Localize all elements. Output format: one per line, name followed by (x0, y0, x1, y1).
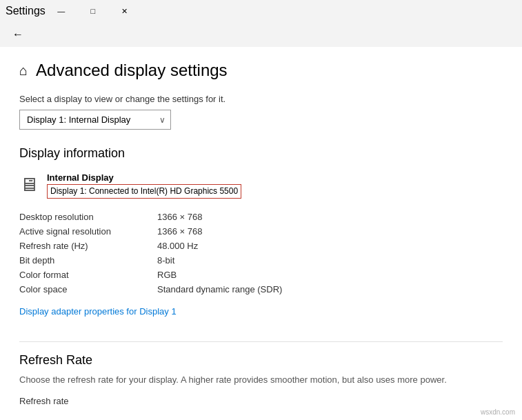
minimize-button[interactable]: — (46, 0, 77, 22)
table-row: Refresh rate (Hz)48.000 Hz (19, 239, 503, 253)
display-select-wrapper: Display 1: Internal Display ∨ (19, 110, 171, 130)
main-content: ⌂ Advanced display settings Select a dis… (0, 47, 522, 420)
info-row-value: 8-bit (157, 253, 503, 268)
table-row: Active signal resolution1366 × 768 (19, 224, 503, 239)
display-info-table: Desktop resolution1366 × 768Active signa… (19, 210, 503, 297)
back-button[interactable]: ← (8, 25, 28, 44)
home-icon: ⌂ (19, 63, 28, 79)
info-row-label: Color format (19, 268, 157, 282)
info-row-value: 48.000 Hz (157, 239, 503, 253)
display-info-block: 🖥 Internal Display Display 1: Connected … (19, 172, 503, 199)
info-row-label: Active signal resolution (19, 224, 157, 239)
info-row-value: 1366 × 768 (157, 210, 503, 224)
refresh-rate-label: Refresh rate (19, 396, 69, 406)
table-row: Color formatRGB (19, 268, 503, 282)
table-row: Color spaceStandard dynamic range (SDR) (19, 282, 503, 297)
info-row-label: Desktop resolution (19, 210, 157, 224)
title-bar-title: Settings (6, 5, 46, 17)
info-row-label: Color space (19, 282, 157, 297)
display-select[interactable]: Display 1: Internal Display (19, 110, 171, 130)
title-bar-controls: — □ ✕ (46, 0, 141, 22)
table-row: Desktop resolution1366 × 768 (19, 210, 503, 224)
maximize-button[interactable]: □ (77, 0, 109, 22)
info-row-value: RGB (157, 268, 503, 282)
info-row-label: Bit depth (19, 253, 157, 268)
display-information-title: Display information (19, 146, 503, 161)
adapter-properties-link[interactable]: Display adapter properties for Display 1 (19, 306, 177, 317)
refresh-rate-description: Choose the refresh rate for your display… (19, 373, 503, 387)
table-row: Bit depth8-bit (19, 253, 503, 268)
info-row-value: 1366 × 768 (157, 224, 503, 239)
refresh-rate-title: Refresh Rate (19, 353, 503, 368)
title-bar: Settings — □ ✕ (0, 0, 522, 22)
monitor-icon: 🖥 (19, 173, 39, 196)
info-row-value: Standard dynamic range (SDR) (157, 282, 503, 297)
nav-bar: ← (0, 22, 522, 47)
select-display-label: Select a display to view or change the s… (19, 94, 503, 104)
display-name: Internal Display (47, 172, 241, 184)
page-header: ⌂ Advanced display settings (19, 61, 503, 80)
close-button[interactable]: ✕ (109, 0, 141, 22)
refresh-rate-section: Refresh Rate Choose the refresh rate for… (19, 353, 503, 408)
page-title: Advanced display settings (36, 61, 228, 80)
display-name-block: Internal Display Display 1: Connected to… (47, 172, 241, 199)
section-divider (19, 341, 503, 342)
info-row-label: Refresh rate (Hz) (19, 239, 157, 253)
display-connection: Display 1: Connected to Intel(R) HD Grap… (47, 184, 241, 199)
